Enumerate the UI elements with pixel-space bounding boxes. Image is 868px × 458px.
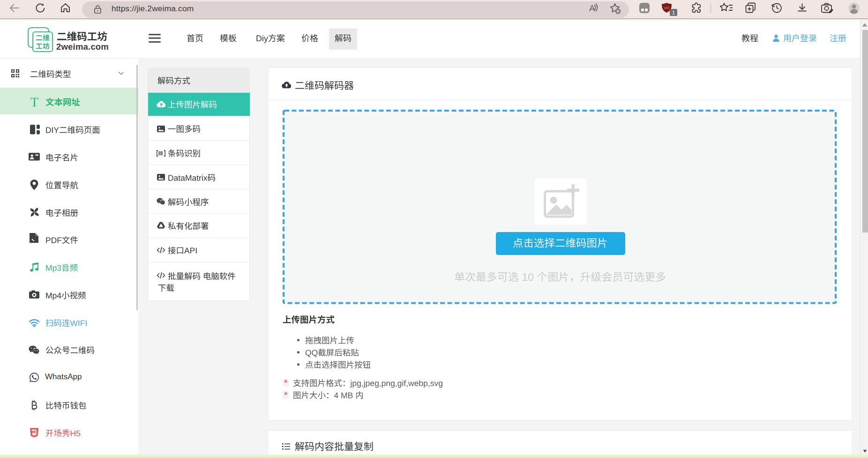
svg-text:uO: uO [664,6,669,10]
svg-text:1: 1 [672,10,675,15]
